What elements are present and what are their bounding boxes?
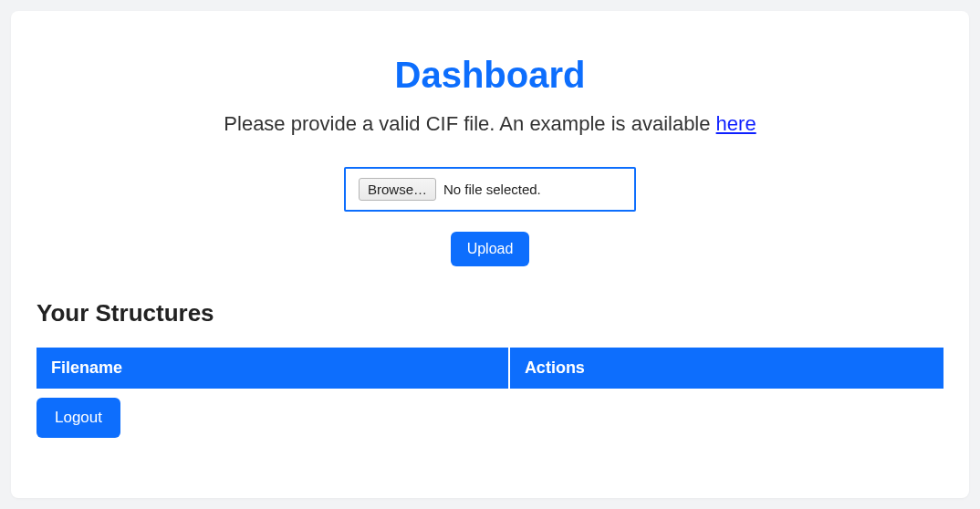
subtitle-text: Please provide a valid CIF file. An exam…	[224, 112, 715, 135]
file-status: No file selected.	[443, 182, 541, 197]
upload-button[interactable]: Upload	[451, 232, 530, 266]
column-filename: Filename	[36, 348, 508, 389]
dashboard-card: Dashboard Please provide a valid CIF fil…	[11, 11, 969, 498]
logout-button[interactable]: Logout	[36, 398, 120, 438]
structures-table: Filename Actions	[36, 346, 944, 390]
table-header-row: Filename Actions	[36, 348, 944, 389]
column-actions: Actions	[510, 348, 944, 389]
subtitle: Please provide a valid CIF file. An exam…	[36, 112, 944, 136]
your-structures-heading: Your Structures	[36, 299, 944, 327]
browse-button[interactable]: Browse…	[359, 178, 436, 201]
example-link[interactable]: here	[716, 112, 756, 135]
page-title: Dashboard	[36, 55, 944, 96]
file-input[interactable]: Browse… No file selected.	[344, 167, 636, 212]
